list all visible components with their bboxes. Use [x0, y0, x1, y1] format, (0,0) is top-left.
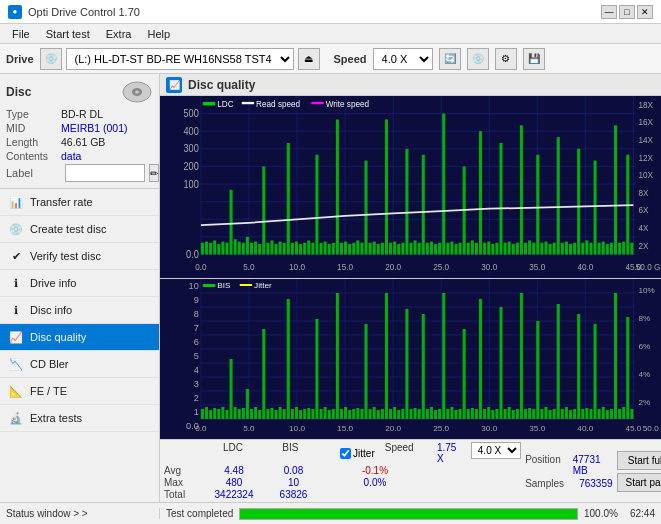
svg-rect-269	[446, 409, 449, 419]
eject-button[interactable]: ⏏	[298, 48, 320, 70]
svg-rect-304	[589, 409, 592, 419]
svg-rect-154	[630, 243, 633, 255]
svg-rect-282	[499, 307, 502, 419]
menu-file[interactable]: File	[4, 27, 38, 41]
svg-rect-62	[254, 242, 257, 255]
nav-cd-bler-label: CD Bler	[30, 358, 69, 370]
svg-rect-126	[516, 243, 519, 255]
svg-rect-278	[483, 409, 486, 419]
nav-disc-quality[interactable]: 📈 Disc quality	[0, 324, 159, 351]
samples-row: Samples 763359	[525, 478, 612, 489]
jitter-checkbox[interactable]	[340, 448, 351, 459]
settings-button[interactable]: ⚙	[495, 48, 517, 70]
nav-verify-test-disc[interactable]: ✔ Verify test disc	[0, 243, 159, 270]
svg-rect-252	[377, 410, 380, 419]
disc-quality-title: Disc quality	[188, 78, 255, 92]
svg-rect-116	[475, 243, 478, 255]
nav-cd-bler[interactable]: 📉 CD Bler	[0, 351, 159, 378]
svg-rect-106	[434, 244, 437, 255]
svg-rect-224	[262, 329, 265, 419]
speed-stat-dropdown[interactable]: 4.0 X	[471, 442, 521, 459]
save-button[interactable]: 💾	[523, 48, 545, 70]
cd-bler-icon: 📉	[8, 356, 24, 372]
nav-transfer-rate[interactable]: 📊 Transfer rate	[0, 189, 159, 216]
svg-text:5: 5	[194, 351, 199, 361]
svg-rect-209	[201, 409, 204, 419]
svg-rect-97	[397, 244, 400, 255]
refresh-button[interactable]: 🔄	[439, 48, 461, 70]
start-part-button[interactable]: Start part	[617, 473, 661, 492]
svg-text:35.0: 35.0	[529, 261, 545, 272]
nav-extra-tests[interactable]: 🔬 Extra tests	[0, 405, 159, 432]
svg-rect-212	[213, 408, 216, 419]
svg-rect-58	[238, 242, 241, 255]
verify-disc-icon: ✔	[8, 248, 24, 264]
svg-rect-134	[549, 244, 552, 255]
disc-length-label: Length	[6, 136, 61, 148]
drive-icon-button[interactable]: 💿	[40, 48, 62, 70]
svg-rect-100	[409, 243, 412, 255]
minimize-button[interactable]: —	[601, 5, 617, 19]
start-full-button[interactable]: Start full	[617, 451, 661, 470]
svg-rect-237	[315, 319, 318, 419]
close-button[interactable]: ✕	[637, 5, 653, 19]
svg-text:50.0 GB: 50.0 GB	[636, 261, 661, 272]
svg-text:14X: 14X	[639, 134, 654, 145]
svg-rect-90	[369, 243, 372, 255]
svg-rect-220	[246, 389, 249, 419]
svg-rect-311	[618, 409, 621, 419]
svg-rect-101	[414, 240, 417, 254]
menu-start-test[interactable]: Start test	[38, 27, 98, 41]
nav-fe-te[interactable]: 📐 FE / TE	[0, 378, 159, 405]
svg-rect-147	[602, 242, 605, 255]
svg-rect-68	[279, 242, 282, 255]
status-window-button[interactable]: Status window > >	[0, 508, 160, 519]
svg-rect-159	[311, 102, 323, 104]
svg-rect-99	[405, 149, 408, 255]
maximize-button[interactable]: □	[619, 5, 635, 19]
speed-dropdown[interactable]: 4.0 X	[373, 48, 433, 70]
menu-help[interactable]: Help	[139, 27, 178, 41]
svg-rect-55	[225, 243, 228, 255]
nav-disc-info[interactable]: ℹ Disc info	[0, 297, 159, 324]
nav-disc-info-label: Disc info	[30, 304, 72, 316]
svg-rect-124	[508, 242, 511, 255]
titlebar-controls[interactable]: — □ ✕	[601, 5, 653, 19]
svg-rect-306	[598, 409, 601, 419]
svg-rect-72	[295, 242, 298, 255]
svg-rect-152	[622, 242, 625, 255]
svg-rect-317	[240, 284, 252, 286]
disc-button[interactable]: 💿	[467, 48, 489, 70]
drive-dropdown[interactable]: (L:) HL-DT-ST BD-RE WH16NS58 TST4	[66, 48, 294, 70]
disc-label-input[interactable]	[65, 164, 145, 182]
disc-length-row: Length 46.61 GB	[6, 136, 153, 148]
svg-rect-93	[381, 243, 384, 255]
svg-text:6%: 6%	[639, 342, 651, 351]
label-edit-button[interactable]: ✏	[149, 164, 159, 182]
svg-rect-228	[279, 407, 282, 419]
disc-type-row: Type BD-R DL	[6, 108, 153, 120]
svg-rect-59	[242, 243, 245, 255]
svg-rect-265	[430, 407, 433, 419]
avg-label: Avg	[164, 465, 202, 476]
svg-rect-85	[348, 244, 351, 255]
svg-rect-151	[618, 243, 621, 255]
svg-rect-91	[373, 242, 376, 255]
svg-text:1: 1	[194, 407, 199, 417]
svg-rect-225	[266, 409, 269, 419]
disc-contents-value: data	[61, 150, 81, 162]
svg-text:15.0: 15.0	[337, 424, 353, 433]
svg-rect-284	[508, 407, 511, 419]
svg-rect-230	[287, 299, 290, 419]
svg-rect-295	[553, 409, 556, 419]
svg-rect-260	[409, 409, 412, 419]
nav-create-test-disc[interactable]: 💿 Create test disc	[0, 216, 159, 243]
svg-rect-290	[532, 409, 535, 419]
disc-mid-row: MID MEIRB1 (001)	[6, 122, 153, 134]
svg-text:25.0: 25.0	[433, 424, 449, 433]
nav-drive-info[interactable]: ℹ Drive info	[0, 270, 159, 297]
svg-rect-253	[381, 409, 384, 419]
stats-table: LDC BIS Jitter Speed 1.75 X 4.0 X Avg 4.…	[164, 442, 521, 500]
svg-text:8X: 8X	[639, 187, 649, 198]
menu-extra[interactable]: Extra	[98, 27, 140, 41]
